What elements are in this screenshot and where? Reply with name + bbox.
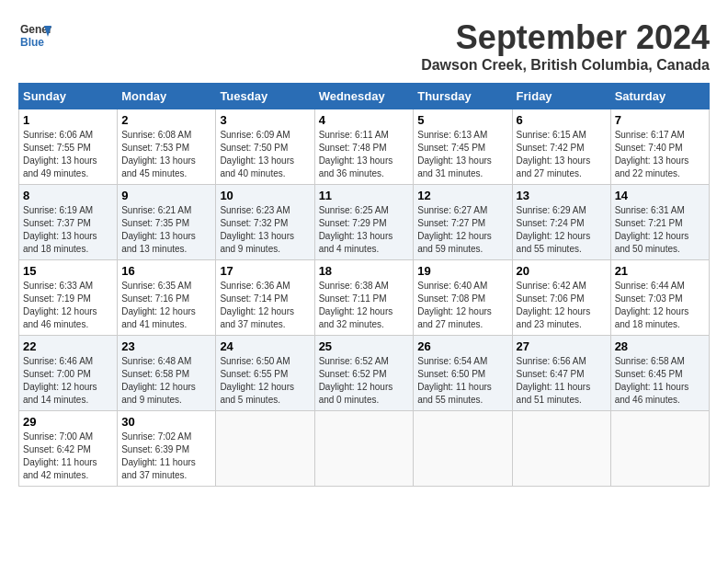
- calendar-cell: 5Sunrise: 6:13 AMSunset: 7:45 PMDaylight…: [414, 109, 512, 185]
- day-number: 8: [23, 189, 113, 202]
- day-number: 17: [220, 264, 310, 278]
- day-info: Sunrise: 6:40 AMSunset: 7:08 PMDaylight:…: [417, 280, 507, 331]
- day-info: Sunrise: 6:54 AMSunset: 6:50 PMDaylight:…: [417, 355, 507, 407]
- day-info: Sunrise: 6:56 AMSunset: 6:47 PMDaylight:…: [517, 355, 607, 407]
- day-info: Sunrise: 6:52 AMSunset: 6:52 PMDaylight:…: [319, 355, 410, 407]
- day-info: Sunrise: 6:25 AMSunset: 7:29 PMDaylight:…: [319, 204, 410, 256]
- week-row-2: 8Sunrise: 6:19 AMSunset: 7:37 PMDaylight…: [19, 185, 710, 260]
- day-number: 6: [517, 113, 607, 127]
- day-info: Sunrise: 6:19 AMSunset: 7:37 PMDaylight:…: [23, 204, 113, 256]
- week-row-3: 15Sunrise: 6:33 AMSunset: 7:19 PMDayligh…: [19, 260, 710, 336]
- day-info: Sunrise: 6:11 AMSunset: 7:48 PMDaylight:…: [319, 129, 410, 180]
- day-header-tuesday: Tuesday: [216, 84, 314, 109]
- day-info: Sunrise: 6:29 AMSunset: 7:24 PMDaylight:…: [517, 204, 607, 256]
- calendar-cell: 8Sunrise: 6:19 AMSunset: 7:37 PMDaylight…: [19, 185, 118, 260]
- month-title: September 2024: [421, 18, 710, 57]
- day-number: 14: [615, 189, 705, 202]
- day-info: Sunrise: 6:23 AMSunset: 7:32 PMDaylight:…: [220, 204, 310, 256]
- day-number: 29: [23, 415, 113, 429]
- day-number: 19: [417, 264, 507, 278]
- calendar-cell: 24Sunrise: 6:50 AMSunset: 6:55 PMDayligh…: [216, 336, 314, 411]
- calendar-table: SundayMondayTuesdayWednesdayThursdayFrid…: [18, 83, 710, 487]
- calendar-cell: [512, 411, 610, 487]
- day-number: 10: [220, 189, 310, 202]
- location-title: Dawson Creek, British Columbia, Canada: [421, 57, 710, 74]
- day-header-saturday: Saturday: [610, 84, 709, 109]
- week-row-5: 29Sunrise: 7:00 AMSunset: 6:42 PMDayligh…: [19, 411, 710, 487]
- day-number: 16: [121, 264, 211, 278]
- day-number: 23: [121, 339, 211, 353]
- calendar-cell: 30Sunrise: 7:02 AMSunset: 6:39 PMDayligh…: [118, 411, 216, 487]
- calendar-cell: 15Sunrise: 6:33 AMSunset: 7:19 PMDayligh…: [19, 260, 118, 336]
- calendar-cell: 2Sunrise: 6:08 AMSunset: 7:53 PMDaylight…: [118, 109, 216, 185]
- day-header-monday: Monday: [118, 84, 216, 109]
- day-info: Sunrise: 6:36 AMSunset: 7:14 PMDaylight:…: [220, 280, 310, 331]
- day-number: 11: [319, 189, 410, 202]
- day-info: Sunrise: 6:09 AMSunset: 7:50 PMDaylight:…: [220, 129, 310, 180]
- day-number: 21: [615, 264, 705, 278]
- calendar-cell: [314, 411, 414, 487]
- day-info: Sunrise: 6:38 AMSunset: 7:11 PMDaylight:…: [319, 280, 410, 331]
- calendar-cell: 17Sunrise: 6:36 AMSunset: 7:14 PMDayligh…: [216, 260, 314, 336]
- day-info: Sunrise: 6:08 AMSunset: 7:53 PMDaylight:…: [121, 129, 211, 180]
- day-number: 1: [23, 113, 113, 127]
- day-number: 25: [319, 339, 410, 353]
- day-header-sunday: Sunday: [19, 84, 118, 109]
- day-info: Sunrise: 6:58 AMSunset: 6:45 PMDaylight:…: [615, 355, 705, 407]
- calendar-cell: 11Sunrise: 6:25 AMSunset: 7:29 PMDayligh…: [314, 185, 414, 260]
- calendar-cell: 27Sunrise: 6:56 AMSunset: 6:47 PMDayligh…: [512, 336, 610, 411]
- day-info: Sunrise: 6:44 AMSunset: 7:03 PMDaylight:…: [615, 280, 705, 331]
- calendar-cell: 1Sunrise: 6:06 AMSunset: 7:55 PMDaylight…: [19, 109, 118, 185]
- day-info: Sunrise: 6:13 AMSunset: 7:45 PMDaylight:…: [417, 129, 507, 180]
- day-number: 18: [319, 264, 410, 278]
- calendar-cell: 10Sunrise: 6:23 AMSunset: 7:32 PMDayligh…: [216, 185, 314, 260]
- day-info: Sunrise: 6:31 AMSunset: 7:21 PMDaylight:…: [615, 204, 705, 256]
- calendar-cell: 29Sunrise: 7:00 AMSunset: 6:42 PMDayligh…: [19, 411, 118, 487]
- day-info: Sunrise: 6:21 AMSunset: 7:35 PMDaylight:…: [121, 204, 211, 256]
- day-info: Sunrise: 6:27 AMSunset: 7:27 PMDaylight:…: [417, 204, 507, 256]
- day-info: Sunrise: 6:15 AMSunset: 7:42 PMDaylight:…: [517, 129, 607, 180]
- day-info: Sunrise: 6:35 AMSunset: 7:16 PMDaylight:…: [121, 280, 211, 331]
- week-row-1: 1Sunrise: 6:06 AMSunset: 7:55 PMDaylight…: [19, 109, 710, 185]
- day-number: 20: [517, 264, 607, 278]
- page-header: General Blue September 2024 Dawson Creek…: [18, 18, 710, 74]
- calendar-cell: 13Sunrise: 6:29 AMSunset: 7:24 PMDayligh…: [512, 185, 610, 260]
- calendar-cell: 14Sunrise: 6:31 AMSunset: 7:21 PMDayligh…: [610, 185, 709, 260]
- day-info: Sunrise: 7:00 AMSunset: 6:42 PMDaylight:…: [23, 431, 113, 482]
- day-number: 4: [319, 113, 410, 127]
- day-number: 3: [220, 113, 310, 127]
- day-info: Sunrise: 7:02 AMSunset: 6:39 PMDaylight:…: [121, 431, 211, 482]
- day-info: Sunrise: 6:48 AMSunset: 6:58 PMDaylight:…: [121, 355, 211, 407]
- header-row: SundayMondayTuesdayWednesdayThursdayFrid…: [19, 84, 710, 109]
- title-section: September 2024 Dawson Creek, British Col…: [421, 18, 710, 74]
- day-number: 27: [517, 339, 607, 353]
- calendar-cell: 23Sunrise: 6:48 AMSunset: 6:58 PMDayligh…: [118, 336, 216, 411]
- day-number: 5: [417, 113, 507, 127]
- calendar-cell: 6Sunrise: 6:15 AMSunset: 7:42 PMDaylight…: [512, 109, 610, 185]
- day-number: 9: [121, 189, 211, 202]
- day-info: Sunrise: 6:33 AMSunset: 7:19 PMDaylight:…: [23, 280, 113, 331]
- day-info: Sunrise: 6:46 AMSunset: 7:00 PMDaylight:…: [23, 355, 113, 407]
- day-number: 22: [23, 339, 113, 353]
- day-info: Sunrise: 6:17 AMSunset: 7:40 PMDaylight:…: [615, 129, 705, 180]
- day-number: 7: [615, 113, 705, 127]
- calendar-cell: 19Sunrise: 6:40 AMSunset: 7:08 PMDayligh…: [414, 260, 512, 336]
- calendar-cell: 21Sunrise: 6:44 AMSunset: 7:03 PMDayligh…: [610, 260, 709, 336]
- day-number: 28: [615, 339, 705, 353]
- calendar-cell: 20Sunrise: 6:42 AMSunset: 7:06 PMDayligh…: [512, 260, 610, 336]
- svg-text:Blue: Blue: [20, 36, 44, 49]
- day-header-wednesday: Wednesday: [314, 84, 414, 109]
- day-number: 24: [220, 339, 310, 353]
- calendar-cell: 28Sunrise: 6:58 AMSunset: 6:45 PMDayligh…: [610, 336, 709, 411]
- day-number: 26: [417, 339, 507, 353]
- calendar-cell: [610, 411, 709, 487]
- calendar-cell: 26Sunrise: 6:54 AMSunset: 6:50 PMDayligh…: [414, 336, 512, 411]
- calendar-cell: 25Sunrise: 6:52 AMSunset: 6:52 PMDayligh…: [314, 336, 414, 411]
- day-info: Sunrise: 6:50 AMSunset: 6:55 PMDaylight:…: [220, 355, 310, 407]
- day-number: 30: [121, 415, 211, 429]
- logo-icon: General Blue: [18, 18, 51, 52]
- calendar-cell: 18Sunrise: 6:38 AMSunset: 7:11 PMDayligh…: [314, 260, 414, 336]
- day-number: 2: [121, 113, 211, 127]
- day-info: Sunrise: 6:06 AMSunset: 7:55 PMDaylight:…: [23, 129, 113, 180]
- calendar-cell: 22Sunrise: 6:46 AMSunset: 7:00 PMDayligh…: [19, 336, 118, 411]
